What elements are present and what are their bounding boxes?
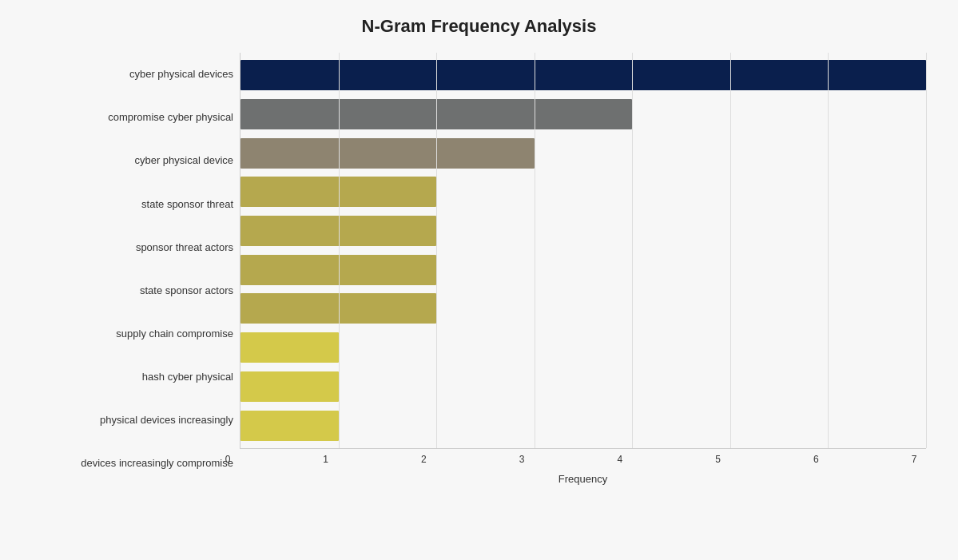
bar [240,332,339,363]
y-label: state sponsor threat [141,183,233,224]
bar-row [240,407,926,445]
x-tick: 2 [411,454,435,465]
grid-line [926,53,927,448]
x-axis: 01234567 [240,449,926,470]
bars-wrapper [240,53,926,448]
bar-row [240,289,926,328]
bar-row [240,328,926,367]
y-label: supply chain compromise [116,313,233,355]
bar [240,411,339,441]
y-label: cyber physical device [134,140,233,181]
y-label: state sponsor actors [140,270,233,312]
x-tick: 4 [608,454,632,465]
bar-row [240,173,926,211]
bar [240,60,926,90]
grid-line [730,53,731,448]
plot-area: 01234567 Frequency [240,53,926,485]
x-tick: 6 [804,454,828,465]
chart-title: N-Gram Frequency Analysis [32,16,926,37]
chart-area: cyber physical devicescompromise cyber p… [32,53,926,485]
y-label: hash cyber physical [142,356,233,398]
bar-row [240,251,926,289]
y-axis: cyber physical devicescompromise cyber p… [32,53,240,485]
grid-line [339,53,340,448]
y-label: compromise cyber physical [108,97,233,138]
bar-row [240,95,926,133]
bar [240,371,339,402]
grid-line [632,53,633,448]
x-tick: 1 [314,454,338,465]
y-label: sponsor threat actors [136,226,233,268]
x-tick: 5 [706,454,730,465]
chart-container: N-Gram Frequency Analysis cyber physical… [0,0,958,560]
bar-row [240,56,926,94]
bar [240,138,535,169]
grid-line [436,53,437,448]
x-axis-label: Frequency [240,473,926,485]
bars-section [240,53,926,449]
x-tick: 0 [216,454,240,465]
bar-row [240,212,926,250]
x-ticks-row: 01234567 [240,454,926,470]
grid-line [828,53,829,448]
bar-row [240,367,926,406]
y-label: physical devices increasingly [100,399,233,441]
bar-row [240,134,926,173]
x-tick: 7 [902,454,926,465]
x-tick: 3 [510,454,534,465]
grid-line [535,53,535,448]
y-label: devices increasingly compromise [81,443,233,484]
y-label: cyber physical devices [129,54,233,95]
